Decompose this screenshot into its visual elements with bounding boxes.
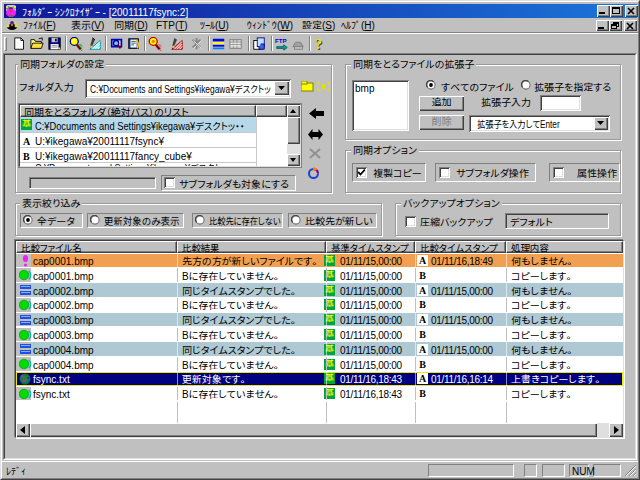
svg-text:FTP: FTP [275, 37, 287, 44]
svg-text:?: ? [315, 37, 322, 51]
